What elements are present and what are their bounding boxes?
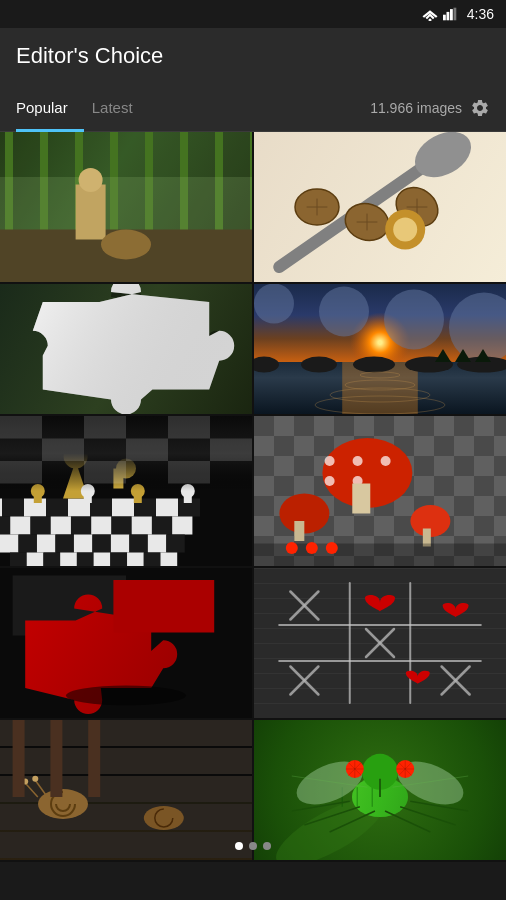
image-cell-10[interactable] <box>254 720 506 860</box>
status-icons <box>421 7 457 21</box>
grid-row-5 <box>0 720 506 860</box>
settings-icon[interactable] <box>470 98 490 118</box>
grid-row-3 <box>0 416 506 566</box>
svg-point-2 <box>428 19 431 22</box>
pagination-dot-2[interactable] <box>249 842 257 850</box>
image-grid <box>0 132 506 862</box>
svg-rect-5 <box>450 9 453 20</box>
app-header: Editor's Choice <box>0 28 506 84</box>
wifi-icon <box>421 7 439 21</box>
image-cell-2[interactable] <box>254 132 506 282</box>
image-cell-1[interactable] <box>0 132 252 282</box>
image-cell-5[interactable] <box>0 416 252 566</box>
image-cell-7[interactable] <box>0 568 252 718</box>
grid-row-1 <box>0 132 506 282</box>
grid-row-2 <box>0 284 506 414</box>
signal-icon <box>443 7 457 21</box>
image-cell-6[interactable] <box>254 416 506 566</box>
pagination-dot-3[interactable] <box>263 842 271 850</box>
tab-latest[interactable]: Latest <box>92 84 149 132</box>
image-cell-9[interactable] <box>0 720 252 860</box>
pagination <box>0 842 506 850</box>
image-count: 11.966 images <box>370 98 490 118</box>
image-cell-3[interactable] <box>0 284 252 414</box>
image-cell-8[interactable] <box>254 568 506 718</box>
pagination-dot-1[interactable] <box>235 842 243 850</box>
image-cell-4[interactable] <box>254 284 506 414</box>
status-time: 4:36 <box>467 6 494 22</box>
tab-popular[interactable]: Popular <box>16 84 84 132</box>
svg-rect-3 <box>443 15 446 21</box>
app-title: Editor's Choice <box>16 43 163 69</box>
grid-row-4 <box>0 568 506 718</box>
svg-rect-4 <box>446 12 449 20</box>
svg-rect-6 <box>453 8 456 21</box>
status-bar: 4:36 <box>0 0 506 28</box>
tab-bar: Popular Latest 11.966 images <box>0 84 506 132</box>
